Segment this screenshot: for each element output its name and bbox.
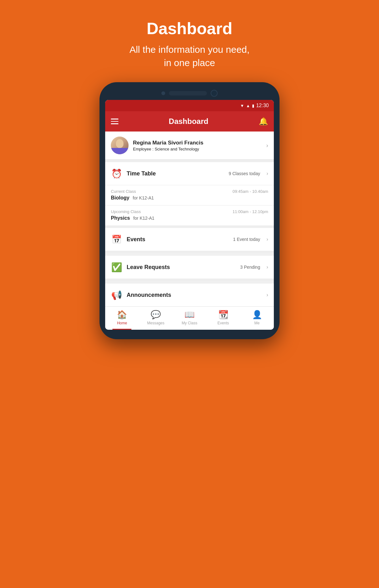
current-class-time: 09:45am - 10.40am: [232, 189, 268, 194]
gap-3: [105, 251, 274, 253]
bell-icon[interactable]: 🔔: [259, 117, 268, 126]
phone-top-bar: [105, 90, 274, 97]
phone-dot-left: [161, 91, 165, 95]
battery-icon: ▮: [252, 103, 254, 108]
events-nav-icon: 📆: [218, 310, 228, 320]
status-icons: ▼ ▲ ▮ 12:30: [240, 103, 269, 108]
page-header: Dashboard All the information you need, …: [129, 0, 250, 82]
checkboard-icon: ✅: [111, 261, 122, 273]
events-badge: 1 Event today: [233, 237, 260, 242]
phone-speaker: [169, 91, 207, 95]
gap-1: [105, 160, 274, 162]
timetable-badge: 9 Classes today: [229, 171, 260, 176]
announcements-title: Announcements: [127, 292, 262, 298]
upcoming-class-name: Physics for K12-A1: [111, 215, 268, 221]
hamburger-menu[interactable]: [111, 119, 118, 124]
announcements-card: 📢 Announcements ›: [105, 284, 274, 306]
events-chevron-icon: ›: [267, 236, 268, 242]
phone-screen: ▼ ▲ ▮ 12:30 Dashboard 🔔 Regina Maria Siv…: [105, 100, 274, 330]
page-title: Dashboard: [129, 19, 250, 38]
status-bar: ▼ ▲ ▮ 12:30: [105, 100, 274, 111]
nav-label-events: Events: [217, 321, 229, 325]
events-card: 📅 Events 1 Event today ›: [105, 228, 274, 251]
upcoming-class-meta: Upcoming Class 11:00am - 12.10pm: [111, 209, 268, 214]
current-class-group: for K12-A1: [133, 195, 154, 200]
avatar: [111, 137, 129, 154]
leave-requests-header[interactable]: ✅ Leave Requests 3 Pending ›: [105, 256, 274, 279]
events-title: Events: [127, 236, 229, 243]
upcoming-class-time: 11:00am - 12.10pm: [232, 209, 268, 214]
nav-item-messages[interactable]: 💬 Messages: [146, 310, 165, 325]
leave-requests-badge: 3 Pending: [240, 265, 260, 270]
home-icon: 🏠: [117, 310, 127, 320]
page-subtitle: All the information you need, in one pla…: [129, 43, 250, 70]
app-bar: Dashboard 🔔: [105, 111, 274, 132]
myclass-icon: 📖: [184, 310, 195, 320]
gap-4: [105, 279, 274, 281]
speaker-icon: 📢: [111, 289, 122, 301]
profile-info: Regina Maria Sivori Francis Employee : S…: [133, 140, 262, 151]
current-class-name: Biology for K12-A1: [111, 195, 268, 201]
upcoming-class-item[interactable]: Upcoming Class 11:00am - 12.10pm Physics…: [105, 205, 274, 225]
timetable-chevron-icon: ›: [267, 171, 268, 176]
calendar-icon: 📅: [111, 234, 122, 245]
nav-label-home: Home: [117, 321, 127, 325]
profile-department: Science and Technology: [155, 147, 199, 151]
me-icon: 👤: [252, 310, 262, 320]
signal-icon: ▲: [246, 103, 250, 108]
nav-item-events[interactable]: 📆 Events: [214, 310, 233, 325]
leave-requests-card: ✅ Leave Requests 3 Pending ›: [105, 256, 274, 279]
current-class-item[interactable]: Current Class 09:45am - 10.40am Biology …: [105, 185, 274, 205]
current-class-label: Current Class: [111, 189, 136, 194]
profile-card[interactable]: Regina Maria Sivori Francis Employee : S…: [105, 132, 274, 160]
announcements-chevron-icon: ›: [267, 292, 268, 298]
nav-label-myclass: My Class: [182, 321, 197, 325]
timetable-header[interactable]: ⏰ Time Table 9 Classes today ›: [105, 162, 274, 185]
wifi-icon: ▼: [240, 103, 244, 108]
announcements-header[interactable]: 📢 Announcements ›: [105, 284, 274, 306]
gap-2: [105, 225, 274, 228]
profile-role: Employee : Science and Technology: [133, 147, 262, 151]
profile-chevron-icon: ›: [266, 142, 268, 149]
nav-item-me[interactable]: 👤 Me: [248, 310, 267, 325]
avatar-image: [111, 137, 129, 154]
phone-camera: [211, 90, 218, 97]
current-class-subject: Biology: [111, 195, 129, 200]
clock-icon: ⏰: [111, 168, 122, 179]
events-header[interactable]: 📅 Events 1 Event today ›: [105, 228, 274, 251]
bottom-nav: 🏠 Home 💬 Messages 📖 My Class 📆 Events 👤 …: [105, 306, 274, 330]
nav-item-myclass[interactable]: 📖 My Class: [180, 310, 199, 325]
upcoming-class-label: Upcoming Class: [111, 209, 141, 214]
timetable-card: ⏰ Time Table 9 Classes today › Current C…: [105, 162, 274, 225]
timetable-title: Time Table: [127, 170, 224, 177]
app-bar-title: Dashboard: [169, 117, 208, 126]
profile-name: Regina Maria Sivori Francis: [133, 140, 262, 146]
leave-requests-title: Leave Requests: [127, 264, 236, 271]
nav-label-messages: Messages: [147, 321, 165, 325]
upcoming-class-group: for K12-A1: [133, 216, 154, 221]
status-time: 12:30: [256, 103, 269, 108]
messages-icon: 💬: [151, 310, 161, 320]
upcoming-class-subject: Physics: [111, 215, 130, 221]
nav-label-me: Me: [254, 321, 260, 325]
phone-shell: ▼ ▲ ▮ 12:30 Dashboard 🔔 Regina Maria Siv…: [99, 82, 280, 339]
current-class-meta: Current Class 09:45am - 10.40am: [111, 189, 268, 194]
nav-item-home[interactable]: 🏠 Home: [112, 310, 131, 325]
leave-requests-chevron-icon: ›: [267, 264, 268, 270]
